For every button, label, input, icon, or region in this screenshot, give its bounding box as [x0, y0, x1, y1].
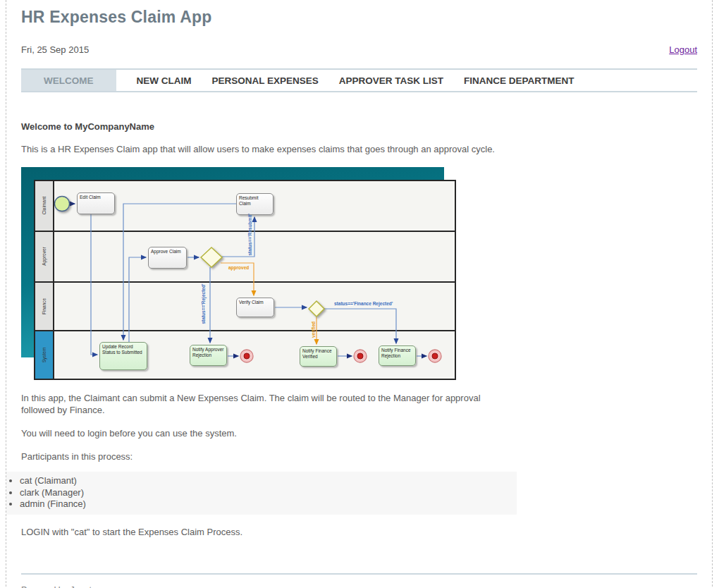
- tab-finance-department[interactable]: FINANCE DEPARTMENT: [464, 70, 574, 91]
- welcome-heading: Welcome to MyCompanyName: [21, 121, 697, 132]
- gateway-finance: [309, 301, 324, 317]
- task-update-record-status: Update Record Status to Submitted: [99, 342, 147, 370]
- participant-clark: clark (Manager): [20, 487, 517, 499]
- intro-paragraph: This is a HR Expenses Claim app that wil…: [21, 143, 697, 155]
- participants-list: cat (Claimant) clark (Manager) admin (Fi…: [6, 472, 517, 515]
- task-notify-finance-rejection: Notify Finance Rejection: [379, 345, 416, 366]
- powered-by: Powered by Joget: [21, 585, 697, 588]
- task-notify-approver-rejection: Notify Approver Rejection: [190, 345, 227, 366]
- current-date: Fri, 25 Sep 2015: [21, 44, 89, 55]
- task-edit-claim: Edit Claim: [77, 192, 115, 214]
- end-event-1: [240, 350, 253, 362]
- participant-cat: cat (Claimant): [20, 475, 517, 487]
- tab-new-claim[interactable]: NEW CLAIM: [137, 70, 192, 91]
- task-approve-claim: Approve Claim: [148, 247, 187, 269]
- flow-label-status-rejected: status=='Rejected': [201, 285, 206, 324]
- page-title: HR Expenses Claim App: [21, 0, 697, 27]
- footer-divider: [21, 573, 697, 575]
- task-resubmit-claim: Resubmit Claim: [236, 193, 274, 215]
- end-event-3: [429, 350, 441, 362]
- tab-approver-task-list[interactable]: APPROVER TASK LIST: [339, 70, 443, 91]
- flow-label-verified: verified: [311, 319, 316, 341]
- tab-welcome[interactable]: WELCOME: [21, 70, 116, 91]
- process-diagram: Claimant Approver Finance System: [21, 167, 460, 381]
- main-nav: WELCOME NEW CLAIM PERSONAL EXPENSES APPR…: [21, 68, 697, 92]
- participant-admin: admin (Finance): [20, 498, 517, 510]
- end-event-2: [354, 350, 367, 362]
- login-instruction: LOGIN with "cat" to start the Expenses C…: [21, 526, 697, 538]
- flow-label-approved: approved: [228, 265, 249, 270]
- login-note-paragraph: You will need to login before you can us…: [21, 427, 697, 439]
- flow-label-status-resubmit: status=='Resubmit': [247, 216, 252, 256]
- task-verify-claim: Verify Claim: [236, 298, 274, 317]
- logout-link[interactable]: Logout: [669, 44, 697, 55]
- description-paragraph: In this app, the Claimant can submit a N…: [21, 392, 495, 416]
- gateway-approver: [201, 247, 222, 267]
- meta-row: Fri, 25 Sep 2015 Logout: [21, 44, 697, 55]
- participants-heading: Participants in this process:: [21, 451, 697, 463]
- page: HR Expenses Claim App Fri, 25 Sep 2015 L…: [6, 0, 713, 588]
- task-notify-finance-verified: Notify Finance Verified: [300, 346, 337, 367]
- start-event: [55, 197, 70, 212]
- flow-label-finance-rejected: status=='Finance Rejected': [334, 301, 393, 306]
- tab-personal-expenses[interactable]: PERSONAL EXPENSES: [212, 70, 319, 91]
